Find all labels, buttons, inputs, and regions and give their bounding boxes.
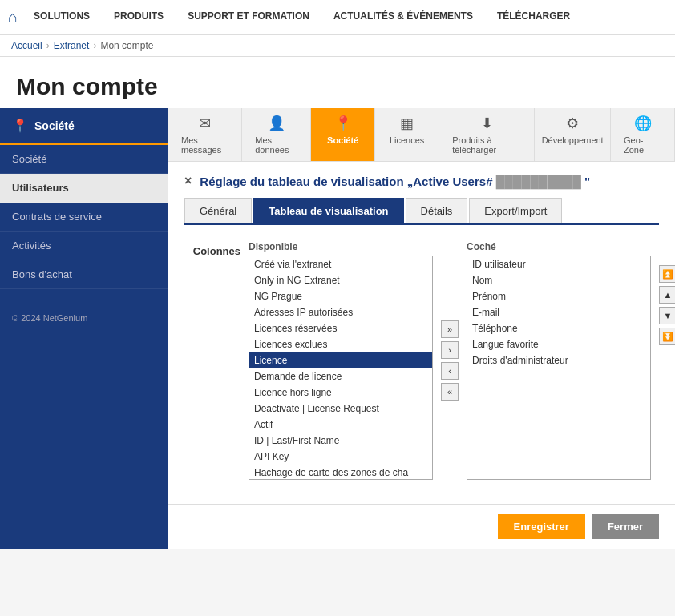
tab-donnees-label: Mes données: [255, 135, 297, 155]
available-list-item[interactable]: Actif: [249, 417, 432, 433]
sidebar-item-contrats[interactable]: Contrats de service: [0, 203, 168, 232]
sidebar: 📍 Société Société Utilisateurs Contrats …: [0, 108, 168, 549]
licences-icon: ▦: [400, 115, 414, 132]
tab-developpement[interactable]: ⚙ Développement: [535, 108, 611, 161]
available-list-item[interactable]: Créé via l'extranet: [249, 256, 432, 272]
available-list-item[interactable]: Deactivate | License Request: [249, 401, 432, 417]
move-all-right-button[interactable]: »: [441, 320, 459, 338]
available-list[interactable]: Créé via l'extranetOnly in NG ExtranetNG…: [249, 256, 433, 480]
move-all-left-button[interactable]: «: [441, 383, 459, 401]
sidebar-title: Société: [34, 119, 75, 132]
tab-produits[interactable]: ⬇ Produits à télécharger: [439, 108, 535, 161]
checked-list-item[interactable]: Prénom: [467, 288, 650, 304]
available-list-item[interactable]: NG Prague: [249, 288, 432, 304]
inner-tab-export[interactable]: Export/Import: [469, 198, 562, 223]
pin-icon: 📍: [12, 118, 28, 133]
close-button[interactable]: Fermer: [592, 514, 659, 539]
breadcrumb: Accueil › Extranet › Mon compte: [0, 35, 675, 57]
tab-societe[interactable]: 📍 Société: [311, 108, 375, 161]
content-area: ✉ Mes messages 👤 Mes données 📍 Société ▦…: [168, 108, 675, 549]
produits-icon: ⬇: [481, 115, 493, 132]
nav-menu: SOLUTIONS PRODUITS SUPPORT ET FORMATION …: [34, 0, 570, 34]
breadcrumb-sep2: ›: [93, 40, 96, 51]
inner-tabs: Général Tableau de visualisation Détails…: [184, 198, 659, 225]
move-left-button[interactable]: ‹: [441, 362, 459, 380]
checked-list-item[interactable]: Téléphone: [467, 320, 650, 336]
sidebar-footer: © 2024 NetGenium: [0, 305, 168, 331]
available-list-item[interactable]: Hachage de carte des zones de cha: [249, 465, 432, 480]
checked-list-item[interactable]: ID utilisateur: [467, 256, 650, 272]
tab-dev-label: Développement: [542, 135, 604, 145]
sidebar-item-societe[interactable]: Société: [0, 145, 168, 174]
move-down-button[interactable]: ▼: [659, 307, 675, 324]
columns-label: Colonnes: [184, 241, 240, 257]
societe-icon: 📍: [334, 115, 352, 132]
tab-licences-label: Licences: [390, 135, 424, 145]
available-list-container: Disponible Créé via l'extranetOnly in NG…: [249, 241, 433, 480]
available-list-item[interactable]: Adresses IP autorisées: [249, 304, 432, 320]
move-bottom-button[interactable]: ⏬: [659, 328, 675, 345]
breadcrumb-accueil[interactable]: Accueil: [11, 40, 42, 51]
sidebar-item-activites[interactable]: Activités: [0, 232, 168, 260]
nav-telecharger[interactable]: TÉLÉCHARGER: [497, 0, 570, 34]
sidebar-item-bons[interactable]: Bons d'achat: [0, 260, 168, 289]
available-list-item[interactable]: Licences réservées: [249, 320, 432, 336]
available-list-item[interactable]: ID | Last/First Name: [249, 433, 432, 449]
breadcrumb-sep1: ›: [46, 40, 50, 51]
page-header: Mon compte: [0, 57, 675, 108]
nav-actualites[interactable]: ACTUALITÉS & ÉVÉNEMENTS: [333, 0, 473, 34]
dialog-title: × Réglage du tableau de visualisation „A…: [184, 174, 659, 188]
dev-icon: ⚙: [566, 115, 579, 132]
messages-icon: ✉: [199, 115, 211, 132]
home-icon[interactable]: ⌂: [8, 8, 18, 26]
available-label: Disponible: [249, 241, 433, 252]
move-top-button[interactable]: ⏫: [659, 265, 675, 283]
nav-support[interactable]: SUPPORT ET FORMATION: [188, 0, 309, 34]
checked-label: Coché: [467, 241, 651, 252]
available-list-item[interactable]: Licence: [249, 352, 432, 368]
tab-produits-label: Produits à télécharger: [452, 135, 521, 155]
inner-tab-details[interactable]: Détails: [406, 198, 468, 223]
move-up-button[interactable]: ▲: [659, 286, 675, 304]
inner-tab-tableau[interactable]: Tableau de visualisation: [253, 198, 403, 223]
checked-list-item[interactable]: Langue favorite: [467, 336, 650, 352]
user-icon: 👤: [268, 115, 285, 132]
move-right-button[interactable]: ›: [441, 341, 459, 359]
checked-list-container: Coché ID utilisateurNomPrénomE-mailTélép…: [467, 241, 651, 480]
inner-tab-general[interactable]: Général: [184, 198, 252, 223]
sidebar-item-utilisateurs[interactable]: Utilisateurs: [0, 174, 168, 203]
columns-section: Colonnes Disponible Créé via l'extranetO…: [184, 237, 659, 484]
checked-list-item[interactable]: Droits d'administrateur: [467, 352, 650, 368]
dialog-title-text: Réglage du tableau de visualisation „Act…: [200, 175, 590, 188]
transfer-buttons: » › ‹ «: [441, 320, 459, 401]
tab-geo-zone[interactable]: 🌐 Geo-Zone: [611, 108, 675, 161]
save-button[interactable]: Enregistrer: [498, 514, 585, 539]
available-list-item[interactable]: Only in NG Extranet: [249, 272, 432, 288]
dialog-title-id: ██████████: [496, 175, 581, 188]
tab-mes-messages[interactable]: ✉ Mes messages: [168, 108, 242, 161]
icon-tabs-bar: ✉ Mes messages 👤 Mes données 📍 Société ▦…: [168, 108, 675, 162]
main-layout: 📍 Société Société Utilisateurs Contrats …: [0, 108, 675, 549]
nav-produits[interactable]: PRODUITS: [114, 0, 164, 34]
tab-societe-label: Société: [327, 135, 358, 145]
available-list-item[interactable]: API Key: [249, 449, 432, 465]
available-list-item[interactable]: Demande de licence: [249, 368, 432, 384]
tab-licences[interactable]: ▦ Licences: [375, 108, 439, 161]
sidebar-nav: Société Utilisateurs Contrats de service…: [0, 145, 168, 289]
tab-mes-donnees[interactable]: 👤 Mes données: [242, 108, 311, 161]
close-icon[interactable]: ×: [184, 174, 192, 188]
available-list-item[interactable]: Licence hors ligne: [249, 384, 432, 401]
top-nav: ⌂ SOLUTIONS PRODUITS SUPPORT ET FORMATIO…: [0, 0, 675, 35]
bottom-bar: Enregistrer Fermer: [168, 504, 675, 549]
breadcrumb-extranet[interactable]: Extranet: [54, 40, 90, 51]
geo-icon: 🌐: [634, 115, 652, 132]
tab-messages-label: Mes messages: [181, 135, 228, 155]
checked-list-item[interactable]: E-mail: [467, 304, 650, 320]
tab-geo-label: Geo-Zone: [624, 135, 661, 155]
dialog-area: × Réglage du tableau de visualisation „A…: [168, 162, 675, 496]
nav-solutions[interactable]: SOLUTIONS: [34, 0, 90, 34]
order-buttons: ⏫ ▲ ▼ ⏬: [659, 265, 675, 345]
available-list-item[interactable]: Licences exclues: [249, 336, 432, 352]
checked-list-item[interactable]: Nom: [467, 272, 650, 288]
checked-list[interactable]: ID utilisateurNomPrénomE-mailTéléphoneLa…: [467, 256, 651, 480]
